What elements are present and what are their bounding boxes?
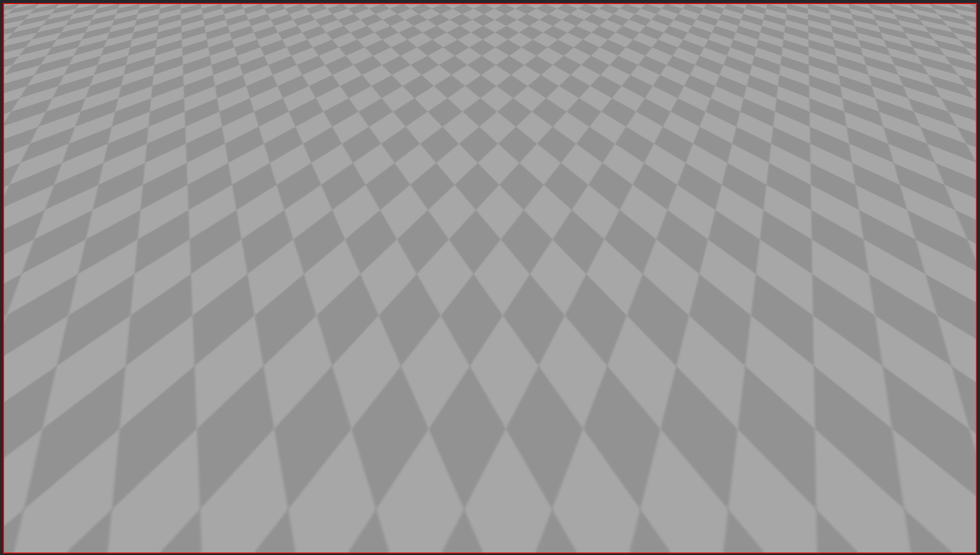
lat-input[interactable]: 58.8307510893398 bbox=[72, 182, 137, 193]
task-desc-input[interactable]: Move to a point bbox=[57, 218, 176, 231]
log-line: [15:48:04] Loaded 1 mission plans bbox=[270, 532, 758, 542]
mqtt-addr-input[interactable] bbox=[755, 77, 815, 92]
signal-dropdown[interactable]: $abort⌄ bbox=[876, 221, 920, 234]
lon-input[interactable]: 17.6446341067687 bbox=[142, 537, 207, 538]
context-input[interactable]: smarcsim bbox=[764, 95, 831, 109]
executing-list-scrollbar[interactable] bbox=[954, 298, 961, 336]
chevron-down-icon: ⌄ bbox=[909, 317, 917, 325]
run-button[interactable]: Run bbox=[180, 303, 227, 317]
blue-arrow bbox=[703, 306, 721, 323]
run-button[interactable]: Run bbox=[179, 438, 225, 451]
robots-header: Robots bbox=[726, 121, 969, 129]
signal-dropdown[interactable]: $abort⌄ bbox=[876, 204, 920, 217]
altitude-input[interactable]: 3.680329 bbox=[72, 365, 112, 376]
tasks-available-label: Tasks Available: bbox=[736, 176, 792, 186]
json-params-input[interactable]: {"totally-valid-json": 42} bbox=[69, 462, 225, 475]
robots-list[interactable]: (SIM) : sam1 KB Control (MQTT) : Ozer__s… bbox=[726, 130, 969, 336]
json-params-input[interactable]: {} bbox=[68, 413, 227, 426]
task-card-do-a-flip: do-a-flip Un-implemented task! Run Param… bbox=[11, 386, 230, 428]
available-task-dropdown[interactable]: move-to⌄ bbox=[794, 174, 896, 189]
executing-list-scrollbar[interactable] bbox=[954, 203, 960, 242]
scrollbar-thumb[interactable] bbox=[249, 55, 256, 528]
task-type-label: move-to bbox=[14, 489, 57, 498]
robot-row-sim-sam1[interactable]: (SIM) : sam1 KB Control bbox=[730, 138, 966, 152]
start-button[interactable]: Start bbox=[58, 131, 194, 147]
task-desc-input[interactable]: Move to a point bbox=[57, 303, 176, 317]
mission-name-input[interactable]: Around the world bbox=[32, 31, 205, 44]
chevron-down-icon: ⌄ bbox=[181, 155, 189, 163]
altitude-input[interactable]: 2.192964 bbox=[72, 280, 112, 291]
log-line: [15:48:25] Created new RobotGUI for Ozer… bbox=[270, 493, 758, 503]
run-button[interactable]: Run bbox=[180, 486, 227, 500]
available-task-dropdown[interactable]: move-to⌄ bbox=[793, 269, 896, 284]
close-robot-button[interactable] bbox=[947, 160, 961, 170]
speed-input[interactable]: standard bbox=[72, 513, 223, 525]
waypoint-ring-cyan-1[interactable] bbox=[488, 126, 549, 207]
tasks-executing-block: Tasks Executing: move-to $abort⌄ Signal … bbox=[734, 191, 962, 244]
tasks-in-plan-list[interactable]: Lat,Lon = 58.8307510893398 , 17.64448859… bbox=[8, 179, 244, 538]
add-to-mission-button[interactable]: Add to Mission bbox=[898, 174, 960, 189]
signal-dropdown[interactable]: $abort⌄ bbox=[876, 299, 921, 312]
chevron-down-icon: ⌄ bbox=[884, 271, 893, 279]
scrollbar-thumb[interactable] bbox=[961, 128, 968, 295]
mission-list-area[interactable] bbox=[8, 47, 244, 127]
task-type-label: custom-task bbox=[15, 440, 59, 449]
mission-planning-window: [15:50:22] New GeoPoint set to where the… bbox=[0, 0, 980, 555]
chevron-down-icon: ⌄ bbox=[909, 222, 917, 230]
scrollbar-thumb[interactable] bbox=[237, 179, 244, 269]
json-params-label: json-params= bbox=[14, 415, 66, 424]
tasks-list-scrollbar[interactable] bbox=[236, 179, 245, 538]
kb-control-button[interactable]: KB Control bbox=[914, 140, 962, 151]
real-checkbox[interactable]: ✓ bbox=[911, 96, 923, 107]
add-to-mission-button[interactable]: Add to Mission bbox=[898, 269, 960, 284]
ros-disconnect-button[interactable]: DC bbox=[932, 48, 950, 63]
close-robot-button[interactable] bbox=[947, 255, 961, 265]
run-button[interactable]: Run bbox=[180, 389, 227, 403]
ros-ip-input[interactable]: 127.0.0.1 bbox=[787, 48, 853, 63]
signal-button[interactable]: Signal bbox=[923, 221, 957, 234]
mqtt-port-input[interactable]: 1884 bbox=[822, 77, 851, 92]
task-desc-input[interactable]: Custom task with a JSON attached bbox=[59, 438, 175, 451]
lon-input[interactable]: 17.6444931438444 bbox=[142, 267, 207, 279]
task-card-move-to: move-to Move to a point Run Params speed… bbox=[11, 300, 230, 381]
signal-button[interactable]: Signal bbox=[923, 204, 957, 217]
mission-panel-scrollbar[interactable] bbox=[249, 48, 256, 539]
log-line: [15:48:24] Connected to broker on 20.240… bbox=[270, 513, 758, 522]
add-task-button[interactable]: Add bbox=[207, 152, 234, 167]
task-type-dropdown[interactable]: move-to⌄ bbox=[37, 153, 193, 167]
signal-button[interactable]: Signal bbox=[924, 299, 957, 312]
lon-input[interactable]: 17.6445854779027 bbox=[142, 353, 207, 364]
speed-input[interactable]: standard bbox=[72, 330, 223, 342]
robots-panel-scrollbar[interactable] bbox=[961, 125, 968, 328]
mission-seq-row[interactable]: seq Around the world bbox=[8, 28, 244, 47]
lat-input[interactable]: 58.8308087238745 bbox=[72, 353, 137, 364]
sim-checkbox[interactable]: ✓ bbox=[867, 96, 878, 107]
signal-dropdown[interactable]: $abort⌄ bbox=[876, 316, 921, 329]
ros-port-input[interactable]: 10000 bbox=[862, 48, 889, 63]
lat-input[interactable]: 58.8307992219704 bbox=[72, 267, 137, 279]
auv-sam1[interactable] bbox=[386, 309, 435, 334]
selected-waypoint-marker[interactable] bbox=[308, 382, 424, 478]
signal-button[interactable]: Signal bbox=[924, 316, 957, 329]
real-label: Real: bbox=[885, 96, 909, 107]
run-button[interactable]: Run bbox=[180, 218, 227, 232]
mqtt-disconnect-button[interactable]: DC bbox=[936, 77, 954, 92]
speed-input[interactable]: standard bbox=[72, 245, 223, 257]
mqtt-connect-button[interactable]: Connect bbox=[892, 77, 934, 92]
lon-input[interactable]: 17.6444885909238 bbox=[142, 182, 207, 193]
red-arrow bbox=[710, 340, 728, 363]
json-params-label: json-params= bbox=[15, 464, 67, 473]
guimode-dropdown[interactable]: MissionPlanning⌄ bbox=[50, 8, 120, 23]
logs-panel-title[interactable]: Logs bbox=[270, 543, 758, 553]
task-desc-input[interactable]: Move to a point bbox=[57, 486, 176, 500]
task-desc-input[interactable]: Un-implemented task! bbox=[57, 389, 176, 402]
camera-dropdown[interactable]: GUI/MainCamera⌄ bbox=[167, 8, 295, 23]
auv-sam2[interactable] bbox=[397, 337, 451, 357]
ros-connect-button[interactable]: Connect bbox=[892, 48, 929, 63]
lat-input[interactable]: 58.8308008962289 bbox=[72, 537, 137, 538]
tls-checkbox[interactable] bbox=[877, 78, 889, 90]
altitude-input[interactable]: 0 bbox=[72, 194, 112, 205]
ros-header: ROS bbox=[728, 40, 967, 47]
port-separator: : bbox=[856, 51, 858, 60]
chevron-down-icon: ⌄ bbox=[108, 10, 116, 18]
